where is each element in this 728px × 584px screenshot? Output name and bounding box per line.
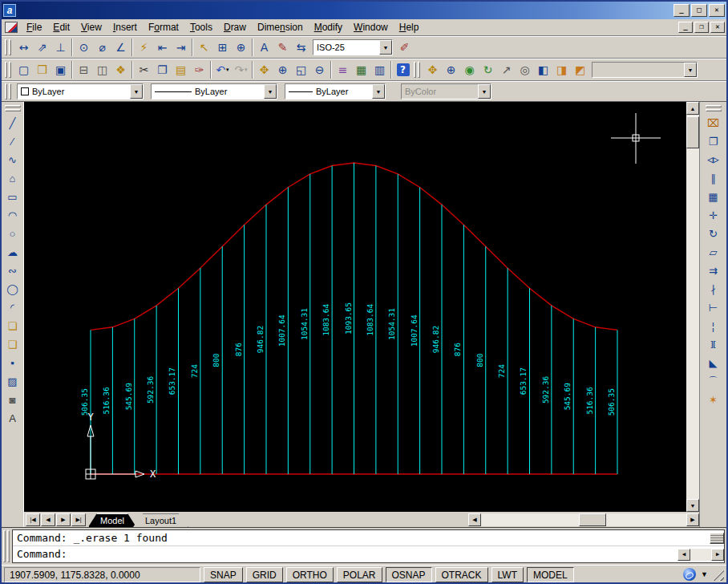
- scroll-left-icon[interactable]: ◀: [677, 549, 690, 561]
- properties-icon[interactable]: ≡: [334, 61, 352, 79]
- toolbar-grip[interactable]: [5, 105, 21, 112]
- quick-leader-icon[interactable]: ↖: [195, 39, 213, 57]
- cut-icon[interactable]: ✂: [135, 61, 153, 79]
- front-clip-icon[interactable]: ◨: [552, 61, 571, 79]
- scale-icon[interactable]: ▱: [704, 243, 723, 262]
- menu-draw[interactable]: Draw: [218, 20, 252, 34]
- radius-dimension-icon[interactable]: ⊙: [75, 39, 93, 57]
- zoom-window-icon[interactable]: ◱: [292, 61, 310, 79]
- linear-dimension-icon[interactable]: ↔: [14, 39, 33, 57]
- toggle-polar[interactable]: POLAR: [337, 567, 382, 582]
- menu-file[interactable]: File: [21, 20, 47, 34]
- scroll-up-icon[interactable]: ▲: [686, 102, 699, 115]
- tab-prev-icon[interactable]: ◀: [41, 513, 55, 526]
- dropdown-arrow-icon[interactable]: ▾: [245, 67, 248, 73]
- save-icon[interactable]: ▣: [51, 61, 70, 79]
- chevron-down-icon[interactable]: ▼: [130, 84, 143, 99]
- tool-palettes-icon[interactable]: ▥: [370, 61, 389, 79]
- tab-layout1[interactable]: Layout1: [133, 513, 188, 527]
- break-icon[interactable]: ][: [704, 335, 723, 354]
- polyline-icon[interactable]: ∿: [3, 151, 22, 169]
- multiline-text-icon[interactable]: A: [3, 409, 22, 428]
- hatch-icon[interactable]: ▨: [3, 372, 22, 391]
- toggle-grid[interactable]: GRID: [246, 567, 283, 582]
- ellipse-icon[interactable]: ◯: [3, 280, 22, 298]
- vertical-scroll-thumb[interactable]: [686, 116, 699, 148]
- chevron-down-icon[interactable]: ▼: [264, 84, 277, 99]
- chamfer-icon[interactable]: ◣: [704, 354, 723, 372]
- horizontal-scrollbar[interactable]: ◀ ▶: [468, 513, 699, 526]
- explode-icon[interactable]: ✶: [704, 391, 723, 409]
- point-icon[interactable]: ▪: [3, 354, 22, 372]
- match-properties-icon[interactable]: ✑: [190, 61, 208, 79]
- toolbar-grip[interactable]: [5, 83, 11, 99]
- toggle-lwt[interactable]: LWT: [491, 567, 524, 582]
- menu-help[interactable]: Help: [394, 20, 425, 34]
- menu-window[interactable]: Window: [348, 20, 394, 34]
- extend-icon[interactable]: ⊢: [704, 298, 723, 317]
- circle-icon[interactable]: ○: [3, 225, 22, 243]
- open-file-icon[interactable]: ❒: [33, 61, 51, 79]
- drawing-canvas[interactable]: 506.35516.36545.69592.36653.177248008769…: [24, 102, 686, 512]
- copy-icon[interactable]: ❐: [153, 61, 172, 79]
- redo-icon[interactable]: ↷▾: [232, 61, 250, 79]
- chevron-down-icon[interactable]: ▼: [379, 40, 392, 55]
- plot-preview-icon[interactable]: ◫: [93, 61, 111, 79]
- tab-first-icon[interactable]: |◀: [26, 513, 40, 526]
- color-control[interactable]: ByLayer ▼: [17, 83, 144, 99]
- dimension-update-icon[interactable]: ⇆: [292, 39, 310, 57]
- toolbar-grip[interactable]: [706, 105, 722, 112]
- resize-grip[interactable]: [713, 570, 724, 581]
- array-icon[interactable]: ▦: [704, 188, 723, 206]
- dropdown-arrow-icon[interactable]: ▾: [226, 67, 229, 73]
- 3d-adjust-distance-icon[interactable]: ◎: [516, 61, 534, 79]
- toggle-snap[interactable]: SNAP: [204, 567, 243, 582]
- baseline-dimension-icon[interactable]: ⇤: [153, 39, 172, 57]
- arc-icon[interactable]: ◠: [3, 206, 22, 225]
- line-icon[interactable]: ╱: [3, 114, 22, 132]
- horizontal-scroll-thumb[interactable]: [579, 513, 606, 526]
- ordinate-dimension-icon[interactable]: ⊥: [51, 39, 70, 57]
- quick-dimension-icon[interactable]: ⚡: [135, 39, 153, 57]
- close-button[interactable]: ✕: [709, 4, 725, 17]
- fillet-icon[interactable]: ⌒: [704, 372, 723, 391]
- chevron-down-icon[interactable]: ▼: [372, 84, 385, 99]
- scroll-right-icon[interactable]: ▶: [686, 513, 699, 526]
- minimize-button[interactable]: _: [673, 4, 690, 17]
- tolerance-icon[interactable]: ⊞: [213, 39, 232, 57]
- scroll-down-icon[interactable]: ▼: [686, 499, 699, 512]
- command-scrollbar[interactable]: ◀ ▶: [677, 549, 724, 561]
- tab-last-icon[interactable]: ▶|: [71, 513, 86, 526]
- toggle-osnap[interactable]: OSNAP: [386, 567, 432, 582]
- rotate-icon[interactable]: ↻: [704, 225, 723, 243]
- dimension-style-icon[interactable]: ✐: [395, 39, 414, 57]
- help-icon[interactable]: ?: [394, 61, 412, 79]
- mirror-icon[interactable]: ◁▷: [704, 151, 723, 169]
- command-window-grip[interactable]: [3, 529, 10, 563]
- aligned-dimension-icon[interactable]: ⇗: [33, 39, 51, 57]
- pan-realtime-icon[interactable]: ✥: [255, 61, 273, 79]
- copy-object-icon[interactable]: ❐: [704, 132, 723, 151]
- make-block-icon[interactable]: ❑: [3, 335, 22, 354]
- toolbar-grip[interactable]: [5, 39, 11, 55]
- rectangle-icon[interactable]: ▭: [3, 188, 22, 206]
- construction-line-icon[interactable]: ∕: [3, 132, 22, 151]
- zoom-realtime-icon[interactable]: ⊕: [273, 61, 292, 79]
- offset-icon[interactable]: ∥: [704, 169, 723, 188]
- toggle-ortho[interactable]: ORTHO: [286, 567, 334, 582]
- move-icon[interactable]: ✛: [704, 206, 723, 225]
- publish-icon[interactable]: ❖: [111, 61, 130, 79]
- 3d-swivel-icon[interactable]: ↗: [497, 61, 516, 79]
- angular-dimension-icon[interactable]: ∠: [111, 39, 130, 57]
- tab-next-icon[interactable]: ▶: [56, 513, 71, 526]
- new-file-icon[interactable]: ▢: [14, 61, 33, 79]
- menu-insert[interactable]: Insert: [107, 20, 143, 34]
- maximize-button[interactable]: □: [691, 4, 707, 17]
- ellipse-arc-icon[interactable]: ◜: [3, 298, 22, 317]
- tab-model[interactable]: Model: [88, 513, 136, 527]
- break-at-point-icon[interactable]: ¦: [704, 317, 723, 335]
- trim-icon[interactable]: ∤: [704, 280, 723, 298]
- 3d-orbit-icon[interactable]: ◉: [460, 61, 479, 79]
- stretch-icon[interactable]: ⇉: [704, 262, 723, 280]
- command-history[interactable]: Command: _.erase 1 found Command: ◀ ▶: [12, 529, 725, 563]
